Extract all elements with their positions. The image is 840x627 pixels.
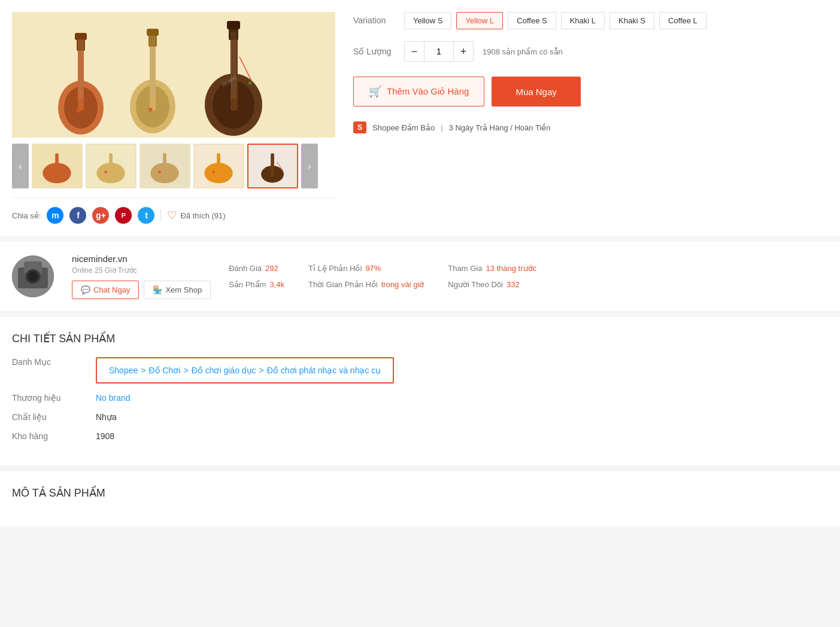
- buy-now-button[interactable]: Mua Ngay: [492, 77, 580, 106]
- svg-rect-14: [147, 29, 159, 36]
- cart-icon: 🛒: [369, 85, 382, 98]
- response-rate-stat: Tỉ Lệ Phản Hồi 97%: [308, 264, 424, 273]
- followers-stat: Người Theo Dõi 332: [448, 280, 536, 289]
- category-do-choi[interactable]: Đồ Chơi: [148, 366, 180, 375]
- stock-detail-row: Kho hàng 1908: [12, 431, 828, 441]
- thumbnail-4[interactable]: ♥: [193, 144, 244, 188]
- response-time-stat: Thời Gian Phản Hồi trong vài giờ: [308, 280, 424, 289]
- svg-text:♥: ♥: [248, 79, 252, 87]
- next-thumb-arrow[interactable]: ›: [301, 144, 318, 188]
- main-product-image: ♥ ♥: [12, 12, 335, 138]
- chat-icon: 💬: [81, 285, 90, 294]
- svg-text:♥: ♥: [76, 106, 81, 115]
- guarantee-text: 3 Ngày Trả Hàng / Hoàn Tiền: [449, 123, 551, 132]
- prev-thumb-arrow[interactable]: ‹: [12, 144, 29, 188]
- pinterest-icon[interactable]: P: [115, 207, 132, 224]
- variation-label: Variation: [353, 12, 395, 25]
- response-rate-label: Tỉ Lệ Phản Hồi: [308, 264, 362, 273]
- twitter-icon[interactable]: t: [138, 207, 154, 224]
- cat-sep-3: >: [259, 366, 264, 375]
- products-label: Sản Phẩm: [229, 280, 266, 289]
- shop-online-status: Online 25 Giờ Trước: [72, 266, 211, 275]
- variation-coffee-l[interactable]: Coffee L: [659, 12, 706, 29]
- cat-sep-2: >: [183, 366, 188, 375]
- thumbnail-2[interactable]: ♥: [86, 144, 137, 188]
- shop-avatar: [12, 255, 54, 297]
- variation-khaki-l[interactable]: Khaki L: [561, 12, 605, 29]
- followers-label: Người Theo Dõi: [448, 280, 503, 289]
- variation-yellow-l[interactable]: Yellow L: [456, 12, 503, 29]
- googleplus-icon[interactable]: g+: [92, 207, 109, 224]
- joined-label: Tham Gia: [448, 264, 482, 273]
- svg-rect-23: [227, 21, 240, 29]
- quantity-control: − +: [404, 41, 474, 62]
- qty-decrease-button[interactable]: −: [405, 42, 424, 61]
- svg-rect-32: [55, 153, 59, 176]
- details-section-title: CHI TIẾT SẢN PHẨM: [12, 332, 828, 345]
- thumbnails-row: ‹ ♥ ♥: [12, 144, 335, 188]
- add-to-cart-button[interactable]: 🛒 Thêm Vào Giỏ Hàng: [353, 77, 484, 106]
- svg-text:♥: ♥: [50, 169, 54, 175]
- shop-icon: 🏪: [153, 285, 162, 294]
- buy-now-label: Mua Ngay: [515, 87, 556, 97]
- thumbnail-5[interactable]: [247, 144, 298, 188]
- shop-section: niceminder.vn Online 25 Giờ Trước 💬 Chat…: [0, 242, 840, 311]
- variation-options: Yellow S Yellow L Coffee S Khaki L Khaki…: [404, 12, 706, 29]
- shop-name: niceminder.vn: [72, 254, 211, 264]
- category-do-choi-giao-duc[interactable]: Đồ chơi giáo dục: [192, 366, 256, 375]
- svg-point-54: [28, 272, 38, 281]
- material-detail-row: Chất liệu Nhựa: [12, 412, 828, 422]
- view-shop-button[interactable]: 🏪 Xem Shop: [144, 281, 211, 299]
- share-label: Chia sẻ:: [12, 211, 41, 220]
- rating-value: 292: [265, 264, 278, 273]
- category-box: Shopee > Đồ Chơi > Đồ chơi giáo dục > Đồ…: [96, 357, 394, 383]
- shop-stats-right: Tham Gia 13 tháng trước Người Theo Dõi 3…: [448, 264, 536, 289]
- variation-yellow-s[interactable]: Yellow S: [404, 12, 451, 29]
- thumbnail-3[interactable]: ♥: [140, 144, 190, 188]
- facebook-icon[interactable]: f: [69, 207, 86, 224]
- response-time-label: Thời Gian Phản Hồi: [308, 280, 378, 289]
- quantity-label: Số Lượng: [353, 47, 395, 56]
- qty-increase-button[interactable]: +: [454, 42, 473, 61]
- thumbnail-1[interactable]: ♥: [32, 144, 83, 188]
- variation-row: Variation Yellow S Yellow L Coffee S Kha…: [353, 12, 828, 29]
- category-do-choi-phat-nhac[interactable]: Đồ chơi phát nhạc và nhạc cụ: [267, 366, 381, 375]
- shopee-guarantee-badge: S: [353, 121, 366, 133]
- svg-rect-36: [109, 153, 113, 176]
- like-button[interactable]: ♡ Đã thích (91): [167, 209, 225, 222]
- shop-stats-mid: Tỉ Lệ Phản Hồi 97% Thời Gian Phản Hồi tr…: [308, 264, 424, 289]
- heart-icon: ♡: [167, 209, 177, 222]
- products-stat: Sản Phẩm 3,4k: [229, 280, 284, 289]
- chat-now-button[interactable]: 💬 Chat Ngay: [72, 281, 139, 299]
- guarantee-row: S Shopee Đảm Bảo | 3 Ngày Trả Hàng / Hoà…: [353, 121, 828, 133]
- rating-stat: Đánh Giá 292: [229, 264, 284, 273]
- shop-actions: 💬 Chat Ngay 🏪 Xem Shop: [72, 281, 211, 299]
- shop-info: niceminder.vn Online 25 Giờ Trước 💬 Chat…: [72, 254, 211, 299]
- shop-stats-left: Đánh Giá 292 Sản Phẩm 3,4k: [229, 264, 284, 289]
- brand-label: Thương hiệu: [12, 393, 84, 403]
- response-time-value: trong vài giờ: [381, 280, 424, 289]
- variation-khaki-s[interactable]: Khaki S: [609, 12, 654, 29]
- messenger-icon[interactable]: m: [47, 207, 63, 224]
- svg-text:♥: ♥: [212, 169, 216, 175]
- product-details-panel: Variation Yellow S Yellow L Coffee S Kha…: [353, 12, 828, 224]
- social-divider: [160, 209, 161, 221]
- stock-label: Kho hàng: [12, 431, 84, 441]
- view-shop-label: Xem Shop: [165, 285, 202, 294]
- cat-sep-1: >: [141, 366, 145, 375]
- shop-avatar-image: [12, 255, 54, 297]
- chat-btn-label: Chat Ngay: [93, 285, 130, 294]
- material-value: Nhựa: [96, 412, 117, 422]
- category-shopee[interactable]: Shopee: [109, 366, 138, 375]
- svg-text:♥: ♥: [158, 169, 162, 175]
- description-title: MÔ TẢ SẢN PHẨM: [12, 486, 828, 500]
- add-to-cart-label: Thêm Vào Giỏ Hàng: [387, 86, 469, 97]
- svg-text:♥: ♥: [104, 169, 108, 175]
- brand-value[interactable]: No brand: [96, 393, 131, 403]
- rating-label: Đánh Giá: [229, 264, 262, 273]
- variation-coffee-s[interactable]: Coffee S: [508, 12, 556, 29]
- followers-value: 332: [507, 280, 520, 289]
- material-label: Chất liệu: [12, 412, 84, 422]
- brand-detail-row: Thương hiệu No brand: [12, 393, 828, 403]
- qty-input[interactable]: [424, 42, 454, 61]
